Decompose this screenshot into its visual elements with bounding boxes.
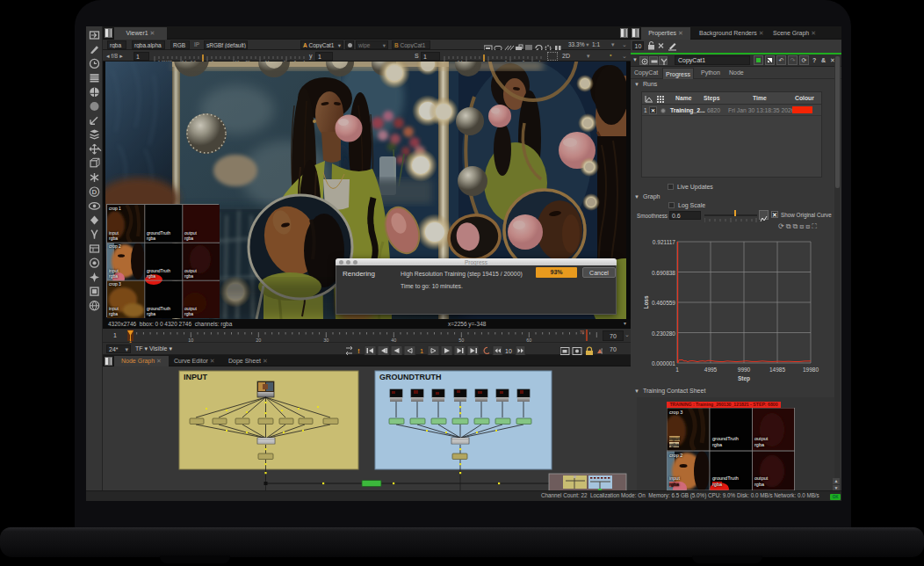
- svg-text:1: 1: [675, 366, 679, 373]
- svg-text:9990: 9990: [738, 366, 751, 373]
- svg-text:19980: 19980: [803, 366, 819, 373]
- svg-text:0.921117: 0.921117: [653, 239, 676, 245]
- svg-text:Loss: Loss: [643, 295, 649, 309]
- svg-text:!: !: [357, 347, 360, 355]
- svg-text:1: 1: [420, 347, 423, 355]
- svg-text:70: 70: [580, 330, 585, 335]
- svg-text:Step: Step: [738, 375, 750, 382]
- svg-text:INPUT: INPUT: [184, 373, 208, 381]
- svg-text:GROUNDTRUTH: GROUNDTRUTH: [379, 373, 442, 381]
- svg-text:0.230280: 0.230280: [652, 330, 675, 337]
- svg-text:10: 10: [505, 348, 512, 354]
- svg-text:14985: 14985: [769, 366, 785, 373]
- svg-text:4995: 4995: [704, 366, 718, 373]
- svg-text:0.690838: 0.690838: [652, 270, 675, 276]
- svg-text:0.460559: 0.460559: [652, 300, 675, 306]
- svg-text:0.000001: 0.000001: [652, 360, 675, 366]
- svg-text:D: D: [92, 188, 97, 196]
